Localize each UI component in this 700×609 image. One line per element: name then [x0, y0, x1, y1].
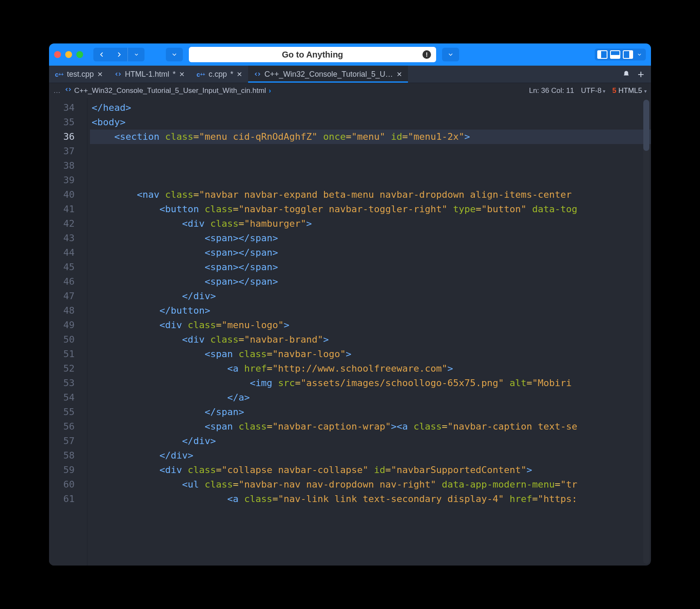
line-number: 38: [49, 159, 75, 173]
tab-0[interactable]: c++test.cpp✕: [49, 66, 109, 83]
nav-back-button[interactable]: [93, 48, 110, 61]
code-line[interactable]: <div class="navbar-brand">: [90, 332, 651, 347]
notifications-icon[interactable]: [622, 70, 630, 80]
code-line[interactable]: <a href="http://www.schoolfreeware.com">: [90, 361, 651, 376]
line-number: 61: [49, 492, 75, 506]
toggle-left-pane-button[interactable]: [597, 50, 607, 59]
code-line[interactable]: <img src="assets/images/schoollogo-65x75…: [90, 376, 651, 390]
code-line[interactable]: <span></span>: [90, 245, 651, 260]
fold-gutter[interactable]: [79, 98, 87, 566]
code-line[interactable]: </span>: [90, 405, 651, 419]
code-line[interactable]: </div>: [90, 434, 651, 448]
cursor-position[interactable]: Ln: 36 Col: 11: [529, 87, 574, 95]
line-number: 40: [49, 188, 75, 202]
tab-3[interactable]: C++_Win32_Console_Tutorial_5_U…✕: [248, 66, 408, 83]
scrollbar-thumb[interactable]: [643, 100, 649, 151]
line-number: 47: [49, 289, 75, 303]
code-line[interactable]: <div class="collapse navbar-collapse" id…: [90, 463, 651, 477]
close-window-button[interactable]: [54, 51, 61, 58]
code-line[interactable]: <nav class="navbar navbar-expand beta-me…: [90, 188, 651, 202]
pane-layout-controls: [595, 49, 646, 61]
code-line[interactable]: <div class="menu-logo">: [90, 318, 651, 332]
cpp-file-icon: c++: [55, 71, 64, 78]
code-line[interactable]: <span></span>: [90, 260, 651, 274]
tab-close-button[interactable]: ✕: [396, 70, 402, 78]
code-line[interactable]: <span></span>: [90, 274, 651, 289]
code-line[interactable]: [90, 173, 651, 188]
tab-label: HTML-1.html: [125, 70, 169, 79]
tab-close-button[interactable]: ✕: [237, 70, 242, 78]
line-number: 44: [49, 245, 75, 260]
line-number: 50: [49, 332, 75, 347]
line-number: 58: [49, 448, 75, 463]
tab-label: c.cpp: [208, 70, 227, 79]
maximize-window-button[interactable]: [76, 51, 83, 58]
code-area[interactable]: </head><body> <section class="menu cid-q…: [87, 98, 651, 566]
code-line[interactable]: </button>: [90, 303, 651, 318]
nav-forward-button[interactable]: [110, 48, 127, 61]
code-line[interactable]: <section class="menu cid-qRnOdAghfZ" onc…: [90, 130, 651, 144]
cpp-file-icon: c++: [197, 71, 205, 78]
code-line[interactable]: </div>: [90, 289, 651, 303]
encoding-selector[interactable]: UTF-8: [581, 87, 606, 95]
code-line[interactable]: <span class="navbar-logo">: [90, 347, 651, 361]
nav-back-forward: [93, 48, 145, 61]
line-number: 45: [49, 260, 75, 274]
breadcrumb-overflow[interactable]: …: [53, 87, 61, 95]
line-number: 46: [49, 274, 75, 289]
code-line[interactable]: <div class="hamburger">: [90, 216, 651, 231]
line-number: 42: [49, 216, 75, 231]
tab-bar: c++test.cpp✕HTML-1.html*✕c++c.cpp*✕C++_W…: [49, 66, 651, 83]
tab-label: C++_Win32_Console_Tutorial_5_U…: [264, 70, 393, 79]
minimize-window-button[interactable]: [65, 51, 72, 58]
line-number: 49: [49, 318, 75, 332]
code-line[interactable]: </a>: [90, 390, 651, 405]
code-line[interactable]: </head>: [90, 101, 651, 115]
toolbar-dropdown-2[interactable]: [442, 48, 459, 61]
toggle-right-pane-button[interactable]: [623, 50, 633, 59]
line-number: 56: [49, 419, 75, 434]
code-line[interactable]: [90, 144, 651, 159]
line-number: 52: [49, 361, 75, 376]
line-number: 60: [49, 477, 75, 492]
line-number: 36: [49, 130, 75, 144]
code-line[interactable]: [90, 159, 651, 173]
nav-recent-dropdown[interactable]: [127, 48, 145, 61]
tab-close-button[interactable]: ✕: [97, 70, 103, 78]
code-line[interactable]: </div>: [90, 448, 651, 463]
html5-icon: 5: [612, 87, 616, 95]
new-tab-button[interactable]: +: [638, 68, 644, 81]
line-number: 34: [49, 101, 75, 115]
tab-close-button[interactable]: ✕: [179, 70, 185, 78]
code-line[interactable]: <ul class="navbar-nav nav-dropdown nav-r…: [90, 477, 651, 492]
code-line[interactable]: <span class="navbar-caption-wrap"><a cla…: [90, 419, 651, 434]
line-number: 51: [49, 347, 75, 361]
line-number: 53: [49, 376, 75, 390]
tab-1[interactable]: HTML-1.html*✕: [109, 66, 191, 83]
breadcrumb-bar: … C++_Win32_Console_Tutorial_5_User_Inpu…: [49, 83, 651, 98]
language-indicator[interactable]: 5 HTML5 ▾: [612, 87, 647, 95]
toggle-bottom-pane-button[interactable]: [610, 50, 620, 59]
notification-badge-icon[interactable]: !: [422, 50, 431, 59]
code-editor[interactable]: 3435363738394041424344454647484950515253…: [49, 98, 651, 566]
code-line[interactable]: <span></span>: [90, 231, 651, 245]
window-controls: [54, 51, 83, 58]
html-file-icon: [254, 71, 261, 78]
dirty-indicator: *: [173, 70, 176, 79]
editor-window: Go to Anything ! c++test.cpp✕HTML-1.html…: [49, 43, 651, 566]
code-line[interactable]: <a class="nav-link link text-secondary d…: [90, 492, 651, 506]
code-line[interactable]: <body>: [90, 115, 651, 130]
code-line[interactable]: <button class="navbar-toggler navbar-tog…: [90, 202, 651, 216]
vertical-scrollbar[interactable]: [643, 100, 649, 564]
line-number: 35: [49, 115, 75, 130]
dirty-indicator: *: [230, 70, 233, 79]
tab-2[interactable]: c++c.cpp*✕: [191, 66, 248, 83]
line-number: 37: [49, 144, 75, 159]
breadcrumb-chevron-icon[interactable]: ›: [269, 87, 271, 95]
line-number: 57: [49, 434, 75, 448]
goto-anything-input[interactable]: Go to Anything !: [189, 47, 436, 62]
breadcrumb-filename[interactable]: C++_Win32_Console_Tutorial_5_User_Input_…: [74, 87, 266, 95]
toolbar-dropdown-1[interactable]: [166, 48, 183, 61]
pane-layout-dropdown[interactable]: [636, 52, 643, 57]
html-file-icon: [115, 71, 121, 78]
